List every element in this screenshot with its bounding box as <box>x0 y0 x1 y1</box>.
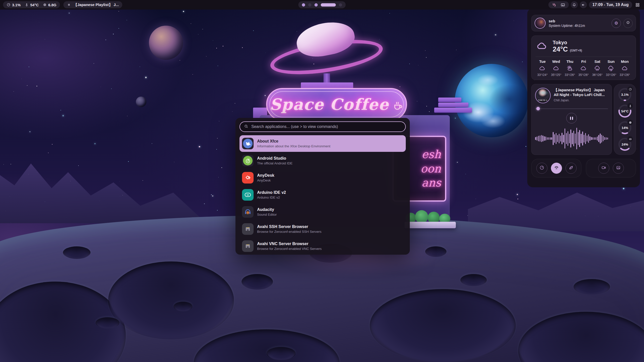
screen-record-button[interactable] <box>598 163 609 174</box>
app-list-item[interactable]: Avahi SSH Server BrowserBrowse for Zeroc… <box>239 221 406 237</box>
pause-button[interactable] <box>566 113 577 123</box>
screenshot-button[interactable] <box>613 163 624 174</box>
album-art-label: TOKYO L <box>536 99 550 101</box>
waveform-bar <box>587 135 587 142</box>
app-description: Browse for Zeroconf-enabled VNC Servers <box>257 247 322 251</box>
forecast-day-label: Fri <box>581 59 586 64</box>
android-app-icon <box>242 155 254 166</box>
power-profile-scales-button[interactable] <box>551 163 562 174</box>
waveform-bar <box>603 136 603 141</box>
waveform-bar <box>595 137 596 140</box>
forecast-day-sat: Sat36°/26° <box>590 59 604 77</box>
progress-slider[interactable] <box>535 107 608 110</box>
forecast-day-label: Sun <box>608 59 615 64</box>
forecast-temps: 36°/26° <box>592 73 602 77</box>
workspace-dot-4-active[interactable] <box>321 3 336 7</box>
divider <box>536 57 632 57</box>
waveform-bar <box>545 137 546 141</box>
app-list-item[interactable]: AnyDeskAnyDesk <box>239 169 406 186</box>
waveform-bar <box>589 136 590 141</box>
weather-city: Tokyo <box>553 40 582 46</box>
app-list-item[interactable]: ∞Arduino IDE v2Arduino IDE v2 <box>239 187 406 203</box>
dashboard-panel: seb System Uptime: 4h11m ⚙ <box>527 8 640 187</box>
waveform-bar <box>559 134 559 143</box>
tray-app-icon[interactable] <box>552 3 556 7</box>
waveform-bar <box>582 131 583 146</box>
waveform-bar <box>566 133 567 144</box>
waveform-bar <box>585 133 586 144</box>
volume-button[interactable] <box>580 1 587 8</box>
temperature-stat: 54°C <box>25 3 39 7</box>
forecast-day-label: Thu <box>567 59 574 64</box>
waveform-bar <box>553 132 553 145</box>
temperature-value: 54°C <box>30 3 39 7</box>
waveform-bar <box>547 137 548 140</box>
storm-icon <box>608 65 614 72</box>
user-card: seb System Uptime: 4h11m ⚙ <box>531 15 636 31</box>
roof-step <box>438 98 461 102</box>
search-box[interactable] <box>239 121 406 132</box>
avatar <box>535 18 546 29</box>
notifications-button[interactable] <box>571 1 578 8</box>
waveform-bar <box>537 137 537 141</box>
forecast-temps: 33°/26° <box>606 73 616 77</box>
waveform-bar <box>572 133 573 145</box>
power-profile-leaf-button[interactable] <box>566 163 577 174</box>
disk-icon <box>627 136 633 142</box>
now-playing-label: 【Japanese Playlist】 J... <box>73 3 119 7</box>
settings-button[interactable]: ⚙ <box>612 19 621 28</box>
waveform-bar <box>538 136 539 141</box>
screenshot-tray-icon[interactable] <box>560 3 565 7</box>
waveform-bar <box>550 137 551 140</box>
forecast-temps: 33°/24° <box>537 73 548 77</box>
workspace-dot-3[interactable] <box>314 3 318 7</box>
speedometer-icon <box>627 86 633 92</box>
waveform-bar <box>575 133 576 144</box>
waveform-bar <box>548 137 549 140</box>
app-list-item[interactable]: Android StudioThe official Android IDE <box>239 152 406 169</box>
power-profile-speedometer-button[interactable] <box>536 163 547 174</box>
search-input[interactable] <box>251 124 401 129</box>
app-list-item[interactable]: AudacitySound Editor <box>239 204 406 220</box>
cloud-icon <box>580 65 587 72</box>
track-artist: Chill Japan. <box>554 99 608 102</box>
chip-icon <box>43 3 47 7</box>
workspace-dot-2[interactable] <box>308 3 311 7</box>
screenshot-icon <box>616 165 621 171</box>
system-gauges: 3.1% 54°C 14% 24% <box>614 84 636 155</box>
chip-icon <box>627 120 633 125</box>
app-description: Browse for Zeroconf-enabled SSH Servers <box>257 230 321 234</box>
waveform-bar <box>584 135 584 143</box>
now-playing-pill[interactable]: 【Japanese Playlist】 J... <box>63 1 122 8</box>
xfce-app-icon <box>242 138 254 149</box>
power-button[interactable] <box>623 19 633 28</box>
slider-knob[interactable] <box>536 107 540 110</box>
workspace-dot-5[interactable] <box>339 3 342 7</box>
workspace-dot-1[interactable] <box>302 3 305 7</box>
waveform-bar <box>601 135 602 143</box>
weather-temperature: 24°C <box>553 46 568 53</box>
album-art: TOKYO L <box>535 88 551 103</box>
waveform-bar <box>565 128 565 149</box>
waveform-bar <box>592 137 593 140</box>
forecast-temps: 33°/26° <box>620 73 630 77</box>
memory-stat: 6.8G <box>43 3 57 7</box>
waveform-bar <box>561 133 562 145</box>
system-uptime: System Uptime: 4h11m <box>549 24 585 28</box>
waveform-bar <box>560 135 561 142</box>
waveform-bar <box>570 129 571 147</box>
arduino-app-icon: ∞ <box>242 189 254 201</box>
network-app-icon <box>242 223 254 235</box>
clock[interactable]: 17:09 - Tue, 19 Aug <box>589 1 632 8</box>
forecast-day-label: Mon <box>621 59 629 64</box>
waveform-bar <box>563 135 564 143</box>
app-description: Arduino IDE v2 <box>257 196 286 199</box>
memory-value: 6.8G <box>48 3 57 7</box>
forecast-temps: 35°/26° <box>578 73 589 77</box>
waveform-bar <box>588 134 589 143</box>
app-list-item[interactable]: Avahi VNC Server BrowserBrowse for Zeroc… <box>239 238 406 254</box>
waveform-bar <box>579 130 580 147</box>
app-grid-button[interactable] <box>634 3 641 7</box>
app-list-item-selected[interactable]: About XfceInformation about the Xfce Des… <box>239 135 406 152</box>
rain-icon <box>594 65 601 72</box>
